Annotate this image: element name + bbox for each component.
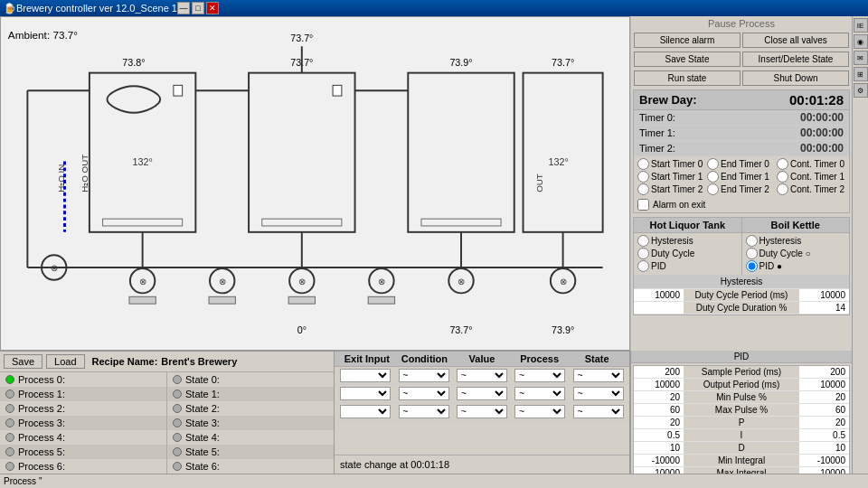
state-select-1[interactable]: ~ <box>573 387 624 400</box>
pid-left-7[interactable] <box>634 455 684 466</box>
state-item-6[interactable]: State 6: <box>167 459 334 474</box>
run-state-button[interactable]: Run state <box>634 70 741 86</box>
load-button[interactable]: Load <box>46 354 84 369</box>
state-item-2[interactable]: State 2: <box>167 401 334 416</box>
pid-left-4[interactable] <box>634 417 684 428</box>
state-select-2[interactable]: ~ <box>573 405 624 418</box>
value-select-2[interactable]: ~ <box>457 405 507 418</box>
pid-left-5[interactable] <box>634 429 684 441</box>
process-select-0[interactable]: ~ <box>514 369 565 382</box>
pid-left-6[interactable] <box>634 442 684 454</box>
pid-right-6[interactable] <box>799 442 849 454</box>
process-item-0[interactable]: Process 0: <box>0 372 166 387</box>
condition-select-2[interactable]: ~ <box>399 405 449 418</box>
pid-right-7[interactable] <box>799 455 849 466</box>
timer-row-0: Timer 0:00:00:00 <box>634 110 849 126</box>
timer-option-2[interactable]: Cont. Timer 0 <box>777 158 845 170</box>
exit-input-select-0[interactable] <box>340 369 391 382</box>
save-state-button[interactable]: Save State <box>634 52 741 67</box>
pid-right-3[interactable] <box>799 404 849 416</box>
timer-option-8[interactable]: Cont. Timer 2 <box>777 183 845 195</box>
value-select-0[interactable]: ~ <box>457 369 507 382</box>
state-item-4[interactable]: State 4: <box>167 430 334 445</box>
close-all-valves-button[interactable]: Close all valves <box>742 33 849 48</box>
timer-option-6[interactable]: Start Timer 2 <box>637 183 706 195</box>
insert-delete-state-button[interactable]: Insert/Delete State <box>742 52 849 67</box>
process-item-6[interactable]: Process 6: <box>0 459 166 474</box>
pid-left-2[interactable] <box>634 391 684 403</box>
maximize-button[interactable]: □ <box>192 2 204 14</box>
save-button[interactable]: Save <box>4 354 42 369</box>
taskbar-icon-4[interactable]: ⚙ <box>854 83 868 98</box>
pid-row-3: Max Pulse % <box>634 404 849 417</box>
timer-option-4[interactable]: End Timer 1 <box>707 171 776 183</box>
state-item-5[interactable]: State 5: <box>167 445 334 459</box>
value-select-1[interactable]: ~ <box>457 387 507 400</box>
process-label-0: Process 0: <box>18 374 65 385</box>
hlt-hysteresis: Hysteresis <box>651 236 693 246</box>
process-dot-5 <box>5 447 14 456</box>
exit-input-select-2[interactable] <box>340 405 391 418</box>
state-item-0[interactable]: State 0: <box>167 372 334 387</box>
taskbar-icon-0[interactable]: IE <box>854 18 868 33</box>
process-dot-2 <box>5 404 14 413</box>
title-text: Brewery controller ver 12.0_Scene 1 <box>16 3 177 14</box>
state-select-0[interactable]: ~ <box>573 369 624 382</box>
timer-option-5[interactable]: Cont. Timer 1 <box>777 171 845 183</box>
pid-right-1[interactable] <box>799 379 849 390</box>
shut-down-button[interactable]: Shut Down <box>742 70 849 86</box>
alarm-on-exit-checkbox[interactable] <box>637 199 649 211</box>
taskbar-icon-1[interactable]: ◉ <box>854 34 868 49</box>
process-select-2[interactable]: ~ <box>514 405 565 418</box>
timer-option-1[interactable]: End Timer 0 <box>707 158 776 170</box>
process-item-2[interactable]: Process 2: <box>0 401 166 416</box>
exit-input-select-1[interactable] <box>340 387 391 400</box>
taskbar-icon-3[interactable]: ⊞ <box>854 67 868 81</box>
state-item-3[interactable]: State 3: <box>167 416 334 430</box>
svg-rect-41 <box>209 296 235 304</box>
pid-left-0[interactable] <box>634 366 684 378</box>
timer-option-3[interactable]: Start Timer 1 <box>637 171 706 183</box>
svg-rect-40 <box>129 296 156 304</box>
process-select-1[interactable]: ~ <box>514 387 565 400</box>
taskbar: IE◉✉⊞⚙ <box>852 16 868 474</box>
duty-cycle-period-right[interactable] <box>799 289 849 301</box>
pid-label-6: D <box>684 442 799 454</box>
duty-cycle-period-left[interactable] <box>634 289 684 301</box>
timer-option-7[interactable]: End Timer 2 <box>707 183 776 195</box>
state-dot-3 <box>173 418 182 427</box>
hlt-boil-panel: Hot Liquor Tank Boil Kettle Hysteresis D… <box>633 217 850 315</box>
duty-cycle-duration-left[interactable] <box>634 302 684 314</box>
taskbar-icon-2[interactable]: ✉ <box>854 51 868 65</box>
pid-row-8: Max Integral <box>634 467 849 474</box>
boil-pid: PID ● <box>760 261 783 271</box>
minimize-button[interactable]: — <box>177 2 190 14</box>
pid-right-8[interactable] <box>799 467 849 474</box>
process-item-1[interactable]: Process 1: <box>0 387 166 401</box>
pid-right-5[interactable] <box>799 429 849 441</box>
pid-right-4[interactable] <box>799 417 849 428</box>
close-button[interactable]: ✕ <box>206 2 219 14</box>
alarm-on-exit-label: Alarm on exit <box>653 200 705 210</box>
timer-option-0[interactable]: Start Timer 0 <box>637 158 706 170</box>
pid-right-0[interactable] <box>799 366 849 378</box>
state-item-1[interactable]: State 1: <box>167 387 334 401</box>
condition-select-1[interactable]: ~ <box>399 387 449 400</box>
brew-timers: Timer 0:00:00:00Timer 1:00:00:00Timer 2:… <box>634 110 849 156</box>
svg-text:⊗: ⊗ <box>298 277 306 286</box>
pid-right-2[interactable] <box>799 391 849 403</box>
state-dot-5 <box>173 447 182 456</box>
condition-select-0[interactable]: ~ <box>399 369 449 382</box>
process-item-4[interactable]: Process 4: <box>0 430 166 445</box>
pause-label: Pause Process <box>631 16 852 31</box>
condition-row: ~ ~ ~ ~ <box>335 367 629 385</box>
pid-left-1[interactable] <box>634 379 684 390</box>
silence-alarm-button[interactable]: Silence alarm <box>634 33 741 48</box>
state-label-1: State 1: <box>185 389 220 399</box>
pid-row-4: P <box>634 417 849 429</box>
duty-cycle-duration-right[interactable] <box>799 302 849 314</box>
pid-left-8[interactable] <box>634 467 684 474</box>
pid-left-3[interactable] <box>634 404 684 416</box>
process-item-3[interactable]: Process 3: <box>0 416 166 430</box>
process-item-5[interactable]: Process 5: <box>0 445 166 459</box>
